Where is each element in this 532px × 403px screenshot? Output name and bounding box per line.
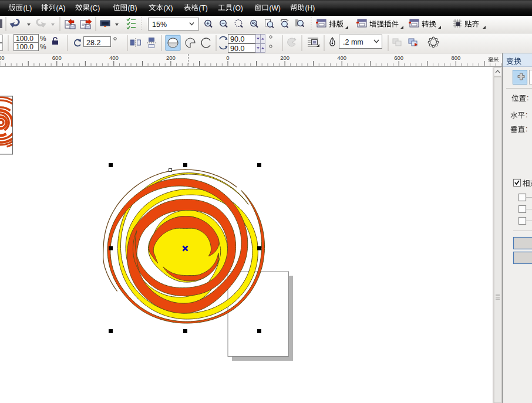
svg-text:(B): (B) [128,4,137,12]
svg-text:(L): (L) [23,4,32,12]
svg-text:(C): (C) [90,4,100,12]
svg-text:28.2: 28.2 [86,39,100,47]
svg-text::: : [526,111,527,119]
svg-text:(T): (T) [199,4,208,12]
svg-text::: : [527,94,528,102]
svg-text:(A): (A) [56,4,66,12]
svg-text:%: % [40,35,46,43]
svg-text:800: 800 [451,55,460,61]
svg-text:200: 200 [280,55,289,61]
svg-text:400: 400 [337,55,346,61]
svg-text:90.0: 90.0 [230,45,244,53]
svg-text::: : [526,125,527,133]
svg-text:800: 800 [0,55,5,61]
svg-text:(H): (H) [305,4,315,12]
svg-text:600: 600 [394,55,403,61]
svg-text:0: 0 [226,55,229,61]
svg-text:15%: 15% [152,21,167,29]
svg-text:%: % [40,43,46,51]
svg-text:200: 200 [166,55,176,61]
svg-text:(W): (W) [270,4,281,12]
svg-text:100.0: 100.0 [16,43,33,51]
svg-text:400: 400 [109,55,119,61]
svg-text:(X): (X) [164,4,173,12]
svg-text:.2 mm: .2 mm [343,38,363,46]
svg-text:600: 600 [52,55,62,61]
svg-text:100.0: 100.0 [16,35,33,43]
svg-text:(O): (O) [233,4,243,12]
svg-text:90.0: 90.0 [230,35,244,43]
